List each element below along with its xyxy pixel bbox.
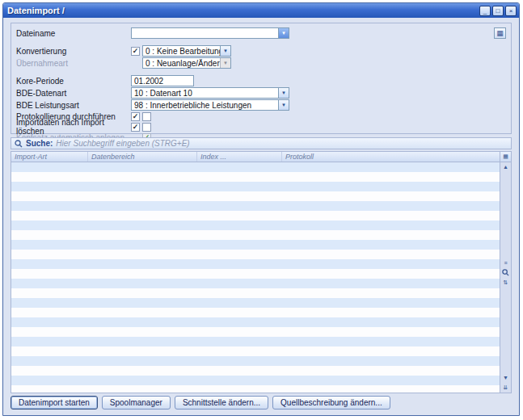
- table-row[interactable]: [11, 250, 500, 259]
- importdaten-checkbox[interactable]: ✓: [131, 123, 140, 132]
- konvertierung-row: Konvertierung ✓ 0 : Keine Bearbeitung ▼: [16, 45, 506, 57]
- importdaten-row: Importdaten nach Import löschen ✓: [16, 122, 506, 132]
- table-row[interactable]: [11, 317, 500, 327]
- kore-periode-value: 01.2002: [134, 77, 163, 86]
- dateiname-row: Dateiname ▼ ▦: [16, 27, 506, 39]
- bde-leistungsart-select[interactable]: 98 : Innerbetriebliche Leistungen ▼: [131, 99, 289, 111]
- close-button[interactable]: ×: [505, 6, 517, 16]
- kore-periode-input[interactable]: 01.2002: [131, 75, 194, 86]
- spoolmanager-button[interactable]: Spoolmanager: [102, 396, 171, 410]
- table-row[interactable]: [11, 279, 500, 288]
- table-side-rail: ▦ ▲ ≡ ⇅ ▼ ⇊: [500, 152, 511, 393]
- konvertierung-select[interactable]: 0 : Keine Bearbeitung ▼: [142, 45, 231, 57]
- kore-periode-row: Kore-Periode 01.2002: [16, 75, 506, 86]
- uebernahmeart-select[interactable]: 0 : Neuanlage/Änderung ▼: [142, 57, 231, 69]
- search-hint-text: Hier Suchbegriff eingeben (STRG+E): [56, 139, 189, 148]
- rail-search-icon[interactable]: [500, 268, 511, 278]
- table-body: [11, 162, 500, 393]
- table-row[interactable]: [11, 308, 500, 317]
- column-header-datenbereich[interactable]: Datenbereich: [88, 152, 197, 162]
- table-row[interactable]: [11, 376, 500, 385]
- window-content: Dateiname ▼ ▦ Konvertierung ✓ 0 : Keine …: [4, 18, 518, 414]
- bde-leistungsart-dropdown-icon[interactable]: ▼: [278, 100, 289, 110]
- file-browse-button[interactable]: ▦: [494, 27, 506, 39]
- protokollierung-checkbox[interactable]: ✓: [131, 112, 140, 121]
- table-row[interactable]: [11, 172, 500, 182]
- table-row[interactable]: [11, 220, 500, 230]
- table-row[interactable]: [11, 269, 500, 279]
- window-controls: _ □ ×: [479, 6, 517, 16]
- bde-datenart-label: BDE-Datenart: [16, 89, 131, 98]
- start-import-button[interactable]: Datenimport starten: [11, 396, 98, 410]
- scroll-down-icon[interactable]: ▼: [500, 373, 511, 383]
- uebernahmeart-value: 0 : Neuanlage/Änderung: [146, 59, 220, 68]
- importdaten-checkbox-2[interactable]: [142, 123, 151, 132]
- dateiname-dropdown-icon[interactable]: ▼: [278, 28, 289, 38]
- uebernahmeart-dropdown-icon: ▼: [220, 58, 230, 68]
- search-icon: [15, 140, 23, 148]
- change-source-description-button[interactable]: Quellbeschreibung ändern...: [272, 396, 390, 410]
- column-header-import-art[interactable]: Import-Art: [11, 152, 88, 162]
- kore-periode-label: Kore-Periode: [16, 77, 131, 86]
- maximize-button[interactable]: □: [492, 6, 504, 16]
- bde-datenart-dropdown-icon[interactable]: ▼: [278, 88, 289, 98]
- uebernahmeart-row: Übernahmeart 0 : Neuanlage/Änderung ▼: [16, 57, 506, 69]
- table-main: Import-Art Datenbereich Index ... Protok…: [11, 152, 500, 393]
- bde-leistungsart-label: BDE Leistungsart: [16, 101, 131, 110]
- konvertierung-checkbox[interactable]: ✓: [131, 47, 140, 56]
- sort-icon[interactable]: ⇅: [500, 278, 511, 288]
- scroll-up-icon[interactable]: ▲: [500, 162, 511, 172]
- datenimport-window: Datenimport / _ □ × Dateiname ▼ ▦ Konver…: [2, 2, 520, 416]
- table-row[interactable]: [11, 356, 500, 366]
- dateiname-combobox[interactable]: ▼: [131, 27, 289, 39]
- table-row[interactable]: [11, 327, 500, 337]
- konvertierung-value: 0 : Keine Bearbeitung: [146, 47, 220, 56]
- table-header: Import-Art Datenbereich Index ... Protok…: [11, 152, 500, 162]
- column-options-icon[interactable]: ▦: [500, 152, 511, 162]
- bde-leistungsart-row: BDE Leistungsart 98 : Innerbetriebliche …: [16, 99, 506, 111]
- list-menu-icon[interactable]: ≡: [500, 258, 511, 268]
- table-row[interactable]: [11, 182, 500, 191]
- table-row[interactable]: [11, 211, 500, 220]
- table-row[interactable]: [11, 288, 500, 298]
- konvertierung-dropdown-icon[interactable]: ▼: [220, 46, 230, 56]
- uebernahmeart-label: Übernahmeart: [16, 59, 131, 68]
- minimize-button[interactable]: _: [479, 6, 491, 16]
- table-row[interactable]: [11, 201, 500, 211]
- table-row[interactable]: [11, 366, 500, 376]
- bde-datenart-row: BDE-Datenart 10 : Datenart 10 ▼: [16, 87, 506, 99]
- table-row[interactable]: [11, 240, 500, 250]
- page-down-icon[interactable]: ⇊: [500, 383, 511, 393]
- table-row[interactable]: [11, 259, 500, 269]
- footer-button-bar: Datenimport starten Spoolmanager Schnitt…: [11, 396, 512, 410]
- column-header-protokoll[interactable]: Protokoll: [282, 152, 500, 162]
- table-row[interactable]: [11, 162, 500, 172]
- table-row[interactable]: [11, 385, 500, 393]
- table-row[interactable]: [11, 337, 500, 346]
- protokollierung-checkbox-2[interactable]: [142, 112, 151, 121]
- dateiname-label: Dateiname: [16, 29, 131, 38]
- konvertierung-label: Konvertierung: [16, 47, 131, 56]
- search-label: Suche:: [26, 139, 53, 148]
- bde-datenart-select[interactable]: 10 : Datenart 10 ▼: [131, 87, 289, 99]
- import-results-table: Import-Art Datenbereich Index ... Protok…: [11, 151, 512, 393]
- window-title: Datenimport /: [7, 6, 65, 15]
- import-settings-panel: Dateiname ▼ ▦ Konvertierung ✓ 0 : Keine …: [11, 23, 512, 134]
- table-row[interactable]: [11, 191, 500, 201]
- bde-leistungsart-value: 98 : Innerbetriebliche Leistungen: [134, 101, 278, 110]
- titlebar[interactable]: Datenimport / _ □ ×: [3, 3, 519, 18]
- change-interface-button[interactable]: Schnittstelle ändern...: [175, 396, 268, 410]
- bde-datenart-value: 10 : Datenart 10: [134, 89, 278, 98]
- column-header-index[interactable]: Index ...: [197, 152, 282, 162]
- search-bar[interactable]: Suche: Hier Suchbegriff eingeben (STRG+E…: [11, 137, 512, 149]
- table-row[interactable]: [11, 298, 500, 308]
- table-row[interactable]: [11, 230, 500, 240]
- table-row[interactable]: [11, 346, 500, 356]
